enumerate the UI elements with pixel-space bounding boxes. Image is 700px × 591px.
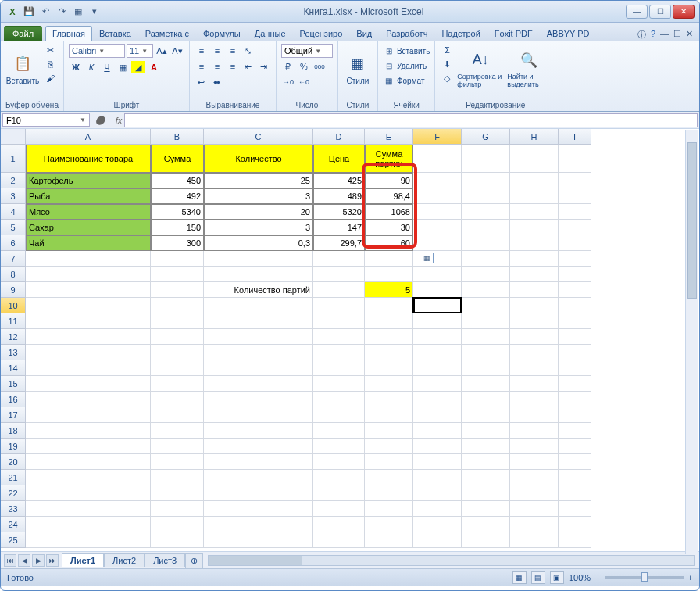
cell-E1[interactable]: Сумма партии: [365, 145, 413, 173]
cell-E23[interactable]: [365, 501, 413, 517]
cell-C4[interactable]: 20: [204, 204, 313, 220]
column-header-H[interactable]: H: [510, 129, 559, 145]
cell-G8[interactable]: [462, 267, 510, 282]
shrink-font-button[interactable]: A▾: [170, 45, 184, 57]
cell-C19[interactable]: [204, 439, 313, 454]
column-header-C[interactable]: C: [204, 129, 313, 145]
cell-B21[interactable]: [151, 470, 204, 485]
cell-H13[interactable]: [510, 345, 559, 360]
cell-B1[interactable]: Сумма: [151, 145, 204, 173]
row-header-10[interactable]: 10: [1, 298, 26, 313]
cell-E24[interactable]: [365, 517, 413, 532]
cell-B14[interactable]: [151, 360, 204, 376]
cell-B12[interactable]: [151, 329, 204, 345]
cell-I3[interactable]: [559, 188, 591, 204]
cell-D17[interactable]: [313, 407, 365, 423]
cell-A4[interactable]: Мясо: [26, 204, 151, 220]
cell-E13[interactable]: [365, 345, 413, 360]
cell-B20[interactable]: [151, 454, 204, 470]
cell-I12[interactable]: [559, 329, 591, 345]
cell-D6[interactable]: 299,7: [313, 235, 365, 251]
cell-D18[interactable]: [313, 423, 365, 439]
cell-G6[interactable]: [462, 235, 510, 251]
row-header-25[interactable]: 25: [1, 532, 26, 548]
cell-E11[interactable]: [365, 313, 413, 329]
border-button[interactable]: ▦: [116, 61, 130, 73]
qat-undo[interactable]: ↶: [38, 5, 52, 19]
cell-I5[interactable]: [559, 220, 591, 235]
cell-I20[interactable]: [559, 454, 591, 470]
cell-G18[interactable]: [462, 423, 510, 439]
cell-B3[interactable]: 492: [151, 188, 204, 204]
increase-decimal-button[interactable]: →0: [281, 76, 295, 88]
align-top-button[interactable]: ≡: [195, 45, 209, 57]
cell-D24[interactable]: [313, 517, 365, 532]
cell-H19[interactable]: [510, 439, 559, 454]
grow-font-button[interactable]: A▴: [155, 45, 169, 57]
sheet-nav-first[interactable]: ⏮: [4, 554, 16, 567]
cell-I19[interactable]: [559, 439, 591, 454]
row-header-8[interactable]: 8: [1, 267, 26, 282]
column-header-G[interactable]: G: [462, 129, 510, 145]
cell-E6[interactable]: 60: [365, 235, 413, 251]
cell-D12[interactable]: [313, 329, 365, 345]
cell-G7[interactable]: [462, 251, 510, 267]
cell-E4[interactable]: 1068: [365, 204, 413, 220]
cell-G2[interactable]: [462, 173, 510, 188]
cell-F9[interactable]: [413, 282, 462, 298]
cell-D21[interactable]: [313, 470, 365, 485]
align-left-button[interactable]: ≡: [195, 60, 209, 73]
cell-G14[interactable]: [462, 360, 510, 376]
cell-D1[interactable]: Цена: [313, 145, 365, 173]
cell-I4[interactable]: [559, 204, 591, 220]
cell-E12[interactable]: [365, 329, 413, 345]
cell-C7[interactable]: [204, 251, 313, 267]
zoom-in-button[interactable]: +: [688, 573, 693, 582]
cell-G17[interactable]: [462, 407, 510, 423]
row-header-5[interactable]: 5: [1, 220, 26, 235]
indent-dec-button[interactable]: ⇤: [241, 60, 255, 73]
cell-F3[interactable]: [413, 188, 462, 204]
cell-H23[interactable]: [510, 501, 559, 517]
row-header-4[interactable]: 4: [1, 204, 26, 220]
currency-button[interactable]: ₽: [281, 60, 295, 73]
row-header-2[interactable]: 2: [1, 173, 26, 188]
align-right-button[interactable]: ≡: [226, 60, 240, 73]
cell-G16[interactable]: [462, 392, 510, 407]
tab-file[interactable]: Файл: [4, 26, 42, 41]
cell-E21[interactable]: [365, 470, 413, 485]
cell-A14[interactable]: [26, 360, 151, 376]
cell-A8[interactable]: [26, 267, 151, 282]
cell-D14[interactable]: [313, 360, 365, 376]
cell-D20[interactable]: [313, 454, 365, 470]
row-header-3[interactable]: 3: [1, 188, 26, 204]
tab-formulas[interactable]: Формулы: [196, 26, 248, 41]
cell-F10[interactable]: [413, 298, 462, 313]
row-header-18[interactable]: 18: [1, 423, 26, 439]
row-header-15[interactable]: 15: [1, 376, 26, 392]
cell-A7[interactable]: [26, 251, 151, 267]
cell-F25[interactable]: [413, 532, 462, 548]
name-box[interactable]: F10 ▼: [2, 113, 90, 127]
cell-D23[interactable]: [313, 501, 365, 517]
cell-F21[interactable]: [413, 470, 462, 485]
cell-F2[interactable]: [413, 173, 462, 188]
cell-H5[interactable]: [510, 220, 559, 235]
cell-A1[interactable]: Наименование товара: [26, 145, 151, 173]
outer-close-button[interactable]: ✕: [673, 5, 695, 19]
qat-new[interactable]: ▦: [71, 5, 85, 19]
cell-B11[interactable]: [151, 313, 204, 329]
cell-H3[interactable]: [510, 188, 559, 204]
cell-C16[interactable]: [204, 392, 313, 407]
paste-button[interactable]: 📋 Вставить: [5, 44, 40, 94]
cell-H6[interactable]: [510, 235, 559, 251]
cell-I10[interactable]: [559, 298, 591, 313]
cell-F24[interactable]: [413, 517, 462, 532]
formula-input[interactable]: [124, 113, 698, 127]
cell-A3[interactable]: Рыба: [26, 188, 151, 204]
cell-A12[interactable]: [26, 329, 151, 345]
clear-button[interactable]: ◇: [440, 72, 454, 84]
cell-F8[interactable]: [413, 267, 462, 282]
workbook-minimize-button[interactable]: —: [660, 29, 669, 41]
outer-maximize-button[interactable]: ☐: [649, 5, 671, 19]
